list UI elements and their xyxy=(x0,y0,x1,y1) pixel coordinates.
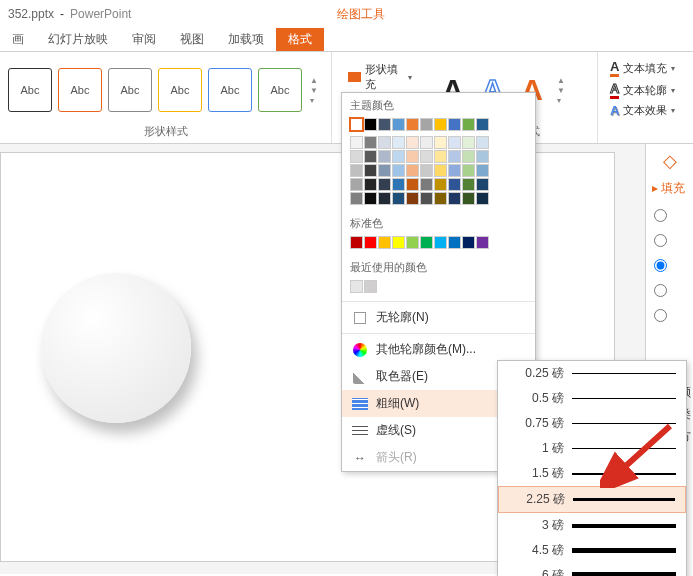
recent-color-swatch[interactable] xyxy=(350,280,363,293)
gallery-up-icon[interactable]: ▲ xyxy=(310,76,318,85)
theme-shade-swatch[interactable] xyxy=(420,136,433,149)
theme-shade-swatch[interactable] xyxy=(476,150,489,163)
theme-shade-swatch[interactable] xyxy=(364,164,377,177)
theme-shade-swatch[interactable] xyxy=(420,178,433,191)
theme-shade-swatch[interactable] xyxy=(476,178,489,191)
theme-shade-swatch[interactable] xyxy=(476,192,489,205)
weight-option[interactable]: 6 磅 xyxy=(498,563,686,576)
tab-format[interactable]: 格式 xyxy=(276,28,324,51)
theme-shade-swatch[interactable] xyxy=(364,150,377,163)
theme-color-swatch[interactable] xyxy=(434,118,447,131)
theme-shade-swatch[interactable] xyxy=(392,164,405,177)
weight-option[interactable]: 0.25 磅 xyxy=(498,361,686,386)
theme-shade-swatch[interactable] xyxy=(420,164,433,177)
shape-style-3[interactable]: Abc xyxy=(108,68,152,112)
standard-color-swatch[interactable] xyxy=(364,236,377,249)
gallery-more-icon[interactable]: ▾ xyxy=(310,96,318,105)
tab-view[interactable]: 视图 xyxy=(168,28,216,51)
more-outline-colors-item[interactable]: 其他轮廓颜色(M)... xyxy=(342,336,535,363)
theme-shade-swatch[interactable] xyxy=(434,136,447,149)
shape-style-6[interactable]: Abc xyxy=(258,68,302,112)
theme-color-swatch[interactable] xyxy=(448,118,461,131)
fill-option-3[interactable] xyxy=(648,253,691,278)
theme-shade-swatch[interactable] xyxy=(462,178,475,191)
recent-color-swatch[interactable] xyxy=(364,280,377,293)
theme-shade-swatch[interactable] xyxy=(434,178,447,191)
theme-shade-swatch[interactable] xyxy=(350,150,363,163)
standard-color-swatch[interactable] xyxy=(462,236,475,249)
theme-shade-swatch[interactable] xyxy=(378,164,391,177)
gallery-down-icon[interactable]: ▼ xyxy=(310,86,318,95)
theme-shade-swatch[interactable] xyxy=(392,178,405,191)
theme-shade-swatch[interactable] xyxy=(350,136,363,149)
theme-color-swatch[interactable] xyxy=(476,118,489,131)
text-effects-button[interactable]: A 文本效果▾ xyxy=(606,102,679,119)
theme-shade-swatch[interactable] xyxy=(364,178,377,191)
theme-shade-swatch[interactable] xyxy=(420,192,433,205)
theme-shade-swatch[interactable] xyxy=(406,192,419,205)
theme-color-swatch[interactable] xyxy=(378,118,391,131)
theme-shade-swatch[interactable] xyxy=(378,192,391,205)
weight-option[interactable]: 4.5 磅 xyxy=(498,538,686,563)
theme-shade-swatch[interactable] xyxy=(364,136,377,149)
theme-color-swatch[interactable] xyxy=(350,118,363,131)
fill-option-1[interactable] xyxy=(648,203,691,228)
theme-shade-swatch[interactable] xyxy=(462,192,475,205)
standard-color-swatch[interactable] xyxy=(350,236,363,249)
tab-anim[interactable]: 画 xyxy=(0,28,36,51)
shape-style-2[interactable]: Abc xyxy=(58,68,102,112)
theme-shade-swatch[interactable] xyxy=(448,164,461,177)
theme-shade-swatch[interactable] xyxy=(392,150,405,163)
theme-shade-swatch[interactable] xyxy=(378,136,391,149)
tab-addins[interactable]: 加载项 xyxy=(216,28,276,51)
weight-option[interactable]: 0.75 磅 xyxy=(498,411,686,436)
theme-color-swatch[interactable] xyxy=(406,118,419,131)
theme-shade-swatch[interactable] xyxy=(420,150,433,163)
standard-color-swatch[interactable] xyxy=(420,236,433,249)
theme-shade-swatch[interactable] xyxy=(462,136,475,149)
theme-shade-swatch[interactable] xyxy=(364,192,377,205)
shape-style-5[interactable]: Abc xyxy=(208,68,252,112)
theme-shade-swatch[interactable] xyxy=(476,136,489,149)
theme-shade-swatch[interactable] xyxy=(378,150,391,163)
theme-shade-swatch[interactable] xyxy=(406,150,419,163)
standard-color-swatch[interactable] xyxy=(406,236,419,249)
theme-color-swatch[interactable] xyxy=(420,118,433,131)
standard-color-swatch[interactable] xyxy=(476,236,489,249)
shape-style-4[interactable]: Abc xyxy=(158,68,202,112)
theme-shade-swatch[interactable] xyxy=(434,192,447,205)
standard-color-swatch[interactable] xyxy=(448,236,461,249)
circle-shape[interactable] xyxy=(41,273,191,423)
theme-shade-swatch[interactable] xyxy=(448,150,461,163)
text-fill-button[interactable]: A 文本填充▾ xyxy=(606,58,679,78)
standard-color-swatch[interactable] xyxy=(392,236,405,249)
theme-shade-swatch[interactable] xyxy=(392,136,405,149)
fill-option-2[interactable] xyxy=(648,228,691,253)
gallery-down-icon[interactable]: ▼ xyxy=(557,86,565,95)
fill-option-4[interactable] xyxy=(648,278,691,303)
theme-shade-swatch[interactable] xyxy=(448,136,461,149)
weight-option[interactable]: 1.5 磅 xyxy=(498,461,686,486)
theme-shade-swatch[interactable] xyxy=(448,178,461,191)
theme-shade-swatch[interactable] xyxy=(434,164,447,177)
theme-shade-swatch[interactable] xyxy=(406,178,419,191)
gallery-up-icon[interactable]: ▲ xyxy=(557,76,565,85)
theme-shade-swatch[interactable] xyxy=(462,164,475,177)
theme-shade-swatch[interactable] xyxy=(406,136,419,149)
theme-shade-swatch[interactable] xyxy=(378,178,391,191)
theme-shade-swatch[interactable] xyxy=(406,164,419,177)
shape-style-1[interactable]: Abc xyxy=(8,68,52,112)
theme-shade-swatch[interactable] xyxy=(350,164,363,177)
weight-option[interactable]: 0.5 磅 xyxy=(498,386,686,411)
theme-shade-swatch[interactable] xyxy=(462,150,475,163)
theme-shade-swatch[interactable] xyxy=(392,192,405,205)
theme-color-swatch[interactable] xyxy=(364,118,377,131)
standard-color-swatch[interactable] xyxy=(378,236,391,249)
theme-color-swatch[interactable] xyxy=(462,118,475,131)
theme-shade-swatch[interactable] xyxy=(476,164,489,177)
tab-review[interactable]: 审阅 xyxy=(120,28,168,51)
weight-option[interactable]: 1 磅 xyxy=(498,436,686,461)
fill-option-5[interactable] xyxy=(648,303,691,328)
fill-section-title[interactable]: ▸ 填充 xyxy=(648,172,691,203)
format-pane-icon[interactable]: ◇ xyxy=(648,150,691,172)
